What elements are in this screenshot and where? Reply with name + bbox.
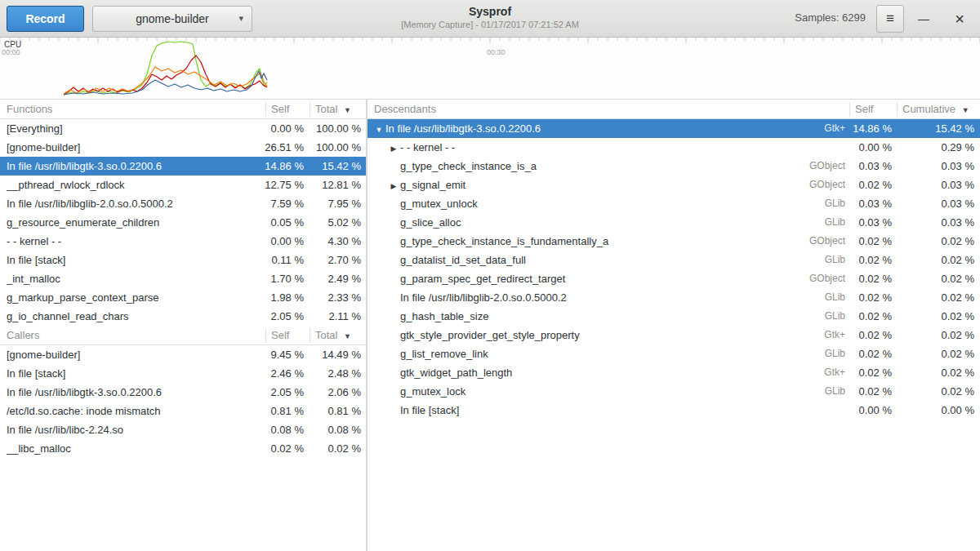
tree-row[interactable]: g_type_check_instance_is_fundamentally_a… (368, 232, 980, 251)
column-header-total[interactable]: Total ▼ (315, 326, 351, 345)
cell-self-percent: 0.02 % (859, 232, 892, 251)
column-header-cumulative[interactable]: Cumulative ▼ (902, 100, 969, 119)
cell-self-percent: 0.00 % (271, 119, 304, 138)
cell-self-percent: 1.70 % (271, 269, 304, 288)
cpu-graph[interactable]: CPU 00:00 00:30 (0, 38, 980, 100)
record-button[interactable]: Record (7, 6, 84, 32)
column-header-self[interactable]: Self (271, 100, 289, 119)
tree-row[interactable]: In file /usr/lib/libglib-2.0.so.0.5000.2… (368, 288, 980, 307)
cell-cumulative-percent: 0.02 % (942, 382, 974, 401)
tree-row[interactable]: ▶- - kernel - -0.00 %0.29 % (368, 138, 980, 157)
cell-cumulative-percent: 0.02 % (942, 269, 974, 288)
column-separator (265, 328, 266, 343)
cell-total-percent: 2.06 % (328, 383, 361, 402)
cell-self-percent: 12.75 % (265, 176, 304, 194)
cell-function-name: - - kernel - - (7, 232, 263, 251)
tree-row[interactable]: gtk_style_provider_get_style_propertyGtk… (368, 326, 980, 344)
tree-row[interactable]: g_mutex_unlockGLib0.03 %0.03 % (368, 194, 980, 213)
function-name-label: In file /usr/lib/libglib-2.0.so.0.5000.2 (400, 291, 567, 304)
column-header-descendants[interactable]: Descendants (374, 100, 436, 119)
sort-descending-icon: ▼ (344, 106, 351, 114)
process-selector[interactable]: gnome-builder ▾ (92, 6, 252, 32)
cell-function-name: g_type_check_instance_is_a (368, 157, 841, 176)
column-header-functions[interactable]: Functions (7, 100, 52, 119)
cell-library-name: GLib (825, 213, 845, 232)
tree-row[interactable]: In file [stack]0.00 %0.00 % (368, 401, 980, 420)
cell-library-name: GObject (809, 176, 845, 194)
column-header-total-label: Total (315, 103, 337, 115)
cell-self-percent: 0.03 % (859, 157, 892, 176)
table-row[interactable]: In file /usr/lib/libglib-2.0.so.0.5000.2… (0, 194, 366, 213)
cell-library-name: GLib (825, 307, 845, 326)
column-header-callers[interactable]: Callers (7, 326, 39, 345)
cell-cumulative-percent: 0.03 % (942, 157, 974, 176)
expander-icon[interactable]: ▶ (387, 140, 400, 158)
cell-function-name: g_mutex_lock (368, 382, 841, 401)
function-name-label: g_slice_alloc (400, 216, 461, 229)
tree-row[interactable]: g_list_remove_linkGLib0.02 %0.02 % (368, 344, 980, 363)
cell-total-percent: 5.02 % (328, 213, 361, 232)
time-tick-label-mid: 00:30 (487, 48, 506, 56)
minimize-button[interactable]: — (911, 7, 936, 31)
table-row[interactable]: /etc/ld.so.cache: inode mismatch0.81 %0.… (0, 402, 366, 420)
table-row[interactable]: _int_malloc1.70 %2.49 % (0, 269, 366, 288)
tree-row[interactable]: g_type_check_instance_is_aGObject0.03 %0… (368, 157, 980, 176)
cell-cumulative-percent: 0.02 % (942, 363, 974, 382)
table-row[interactable]: - - kernel - -0.00 %4.30 % (0, 232, 366, 251)
callers-table-header: Callers Self Total ▼ (0, 326, 366, 345)
table-row[interactable]: In file /usr/lib/libc-2.24.so0.08 %0.08 … (0, 420, 366, 439)
function-name-label: In file [stack] (400, 404, 459, 416)
tree-row[interactable]: g_datalist_id_set_data_fullGLib0.02 %0.0… (368, 251, 980, 269)
cell-total-percent: 2.48 % (328, 364, 361, 383)
cell-function-name: g_markup_parse_context_parse (7, 288, 263, 307)
column-header-self[interactable]: Self (855, 100, 873, 119)
tree-row[interactable]: g_hash_table_sizeGLib0.02 %0.02 % (368, 307, 980, 326)
tree-row[interactable]: g_slice_allocGLib0.03 %0.03 % (368, 213, 980, 232)
table-row[interactable]: g_markup_parse_context_parse1.98 %2.33 % (0, 288, 366, 307)
cell-function-name: g_resource_enumerate_children (7, 213, 263, 232)
functions-table-body: [Everything]0.00 %100.00 %[gnome-builder… (0, 119, 366, 326)
function-name-label: g_type_check_instance_is_a (400, 160, 537, 172)
table-row[interactable]: __libc_malloc0.02 %0.02 % (0, 439, 366, 458)
cell-function-name: In file [stack] (7, 364, 263, 383)
tree-row[interactable]: gtk_widget_path_lengthGtk+0.02 %0.02 % (368, 363, 980, 382)
table-row[interactable]: g_resource_enumerate_children0.05 %5.02 … (0, 213, 366, 232)
cell-library-name: GObject (809, 232, 845, 251)
table-row[interactable]: [gnome-builder]26.51 %100.00 % (0, 138, 366, 157)
column-separator (849, 102, 850, 117)
cell-cumulative-percent: 0.03 % (942, 194, 974, 213)
cell-total-percent: 2.70 % (328, 251, 361, 269)
table-row[interactable]: [gnome-builder]9.45 %14.49 % (0, 345, 366, 364)
column-header-self[interactable]: Self (271, 326, 289, 345)
table-row[interactable]: g_io_channel_read_chars2.05 %2.11 % (0, 307, 366, 326)
tree-row[interactable]: ▼In file /usr/lib/libgtk-3.so.0.2200.6Gt… (368, 119, 980, 138)
function-name-label: g_mutex_lock (400, 385, 466, 398)
cell-function-name: [gnome-builder] (7, 345, 263, 364)
table-row[interactable]: __pthread_rwlock_rdlock12.75 %12.81 % (0, 176, 366, 194)
close-button[interactable]: × (947, 7, 972, 31)
tree-row[interactable]: g_param_spec_get_redirect_targetGObject0… (368, 269, 980, 288)
expander-icon[interactable]: ▶ (387, 177, 400, 196)
expander-icon[interactable]: ▼ (372, 121, 385, 140)
left-pane: Functions Self Total ▼ [Everything]0.00 … (0, 100, 366, 551)
table-row[interactable]: In file /usr/lib/libgtk-3.so.0.2200.62.0… (0, 383, 366, 402)
column-header-total[interactable]: Total ▼ (315, 100, 351, 119)
headerbar: Record gnome-builder ▾ Sysprof [Memory C… (0, 0, 980, 38)
table-row[interactable]: [Everything]0.00 %100.00 % (0, 119, 366, 138)
table-row[interactable]: In file /usr/lib/libgtk-3.so.0.2200.614.… (0, 157, 366, 176)
function-name-label: - - kernel - - (400, 141, 455, 153)
cell-function-name: g_list_remove_link (368, 344, 841, 363)
cpu-line-red (64, 56, 267, 95)
cell-cumulative-percent: 15.42 % (935, 119, 974, 138)
menu-button[interactable]: ≡ (876, 5, 904, 33)
column-header-cumulative-label: Cumulative (902, 103, 956, 115)
tree-row[interactable]: g_mutex_lockGLib0.02 %0.02 % (368, 382, 980, 401)
function-name-label: g_type_check_instance_is_fundamentally_a (400, 235, 608, 247)
table-row[interactable]: In file [stack]2.46 %2.48 % (0, 364, 366, 383)
cell-function-name: In file /usr/lib/libgtk-3.so.0.2200.6 (7, 157, 263, 176)
function-name-label: g_hash_table_size (400, 310, 488, 322)
tree-row[interactable]: ▶g_signal_emitGObject0.02 %0.03 % (368, 176, 980, 194)
cell-library-name: GLib (825, 288, 845, 307)
table-row[interactable]: In file [stack]0.11 %2.70 % (0, 251, 366, 269)
cell-self-percent: 0.02 % (859, 176, 892, 194)
